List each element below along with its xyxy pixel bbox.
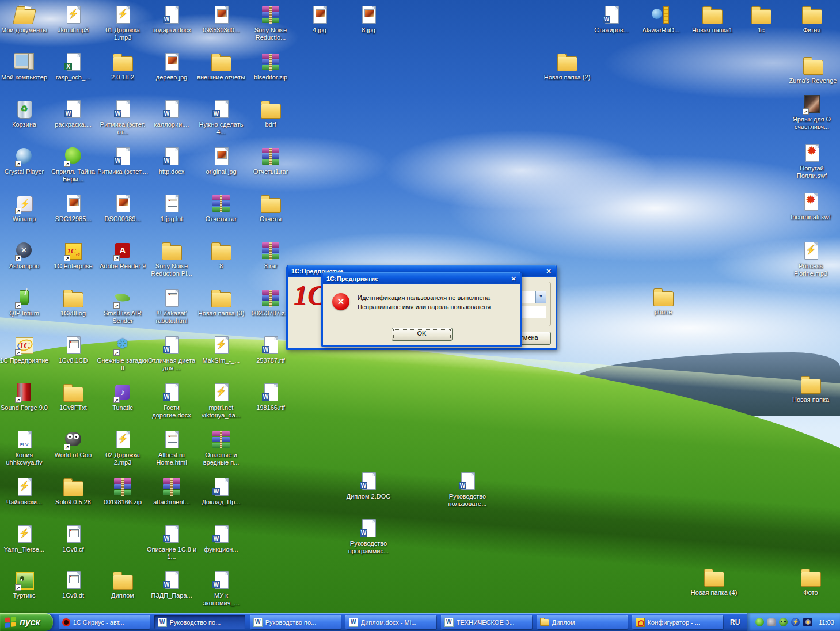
desktop-icon[interactable]: Wраскраска....: [47, 99, 99, 128]
desktop-icon[interactable]: Отчеты.rar: [195, 193, 247, 223]
desktop-icon[interactable]: WПЗДП_Пара...: [146, 570, 197, 599]
desktop-icon[interactable]: внешние отчеты: [195, 52, 247, 81]
desktop-icon[interactable]: ❆↗Снежные загадки II: [97, 335, 149, 372]
desktop-icon[interactable]: 1Cv8FTxt: [47, 382, 99, 412]
desktop-icon[interactable]: Sony Noise Reduction Pl...: [146, 241, 197, 278]
desktop-icon[interactable]: FLVКопия uhhkcwya.flv: [0, 429, 50, 466]
desktop-icon[interactable]: WРуководство программис...: [343, 518, 394, 555]
taskbar-task[interactable]: WДиплом.docx - Mi...: [345, 615, 436, 629]
desktop-icon[interactable]: 8.jpg: [343, 5, 394, 34]
error-dialog[interactable]: 1С:Предприятие ✕ ✕ Идентификация пользов…: [321, 272, 522, 347]
desktop-icon[interactable]: Отчеты1.rar: [245, 146, 297, 176]
desktop-icon[interactable]: ↗Crystal Player: [0, 146, 50, 176]
desktop-icon[interactable]: 1С↗1С Предприятие: [0, 335, 50, 364]
desktop-icon[interactable]: 00198166.zip: [97, 477, 149, 506]
desktop-icon[interactable]: Отчеты: [245, 193, 297, 223]
desktop-icon[interactable]: WМУ к экономич_...: [195, 570, 247, 607]
desktop-icon[interactable]: Wподарки.docx: [146, 5, 197, 34]
taskbar-task[interactable]: WРуководство по...: [154, 615, 245, 629]
desktop-icon[interactable]: ↗Сприлл. Тайна Берм...: [47, 146, 99, 183]
desktop-icon[interactable]: Фото: [785, 567, 837, 596]
desktop-icon[interactable]: ✹Попугай Полли.swf: [786, 143, 838, 180]
desktop-icon[interactable]: ✕↗Ashampoo: [0, 241, 50, 270]
desktop-icon[interactable]: WОтличная диета для ...: [146, 335, 197, 372]
desktop-icon[interactable]: WДоклад_Пр...: [195, 477, 247, 506]
desktop-icon[interactable]: Sony Noise Reductio...: [245, 5, 297, 41]
close-icon[interactable]: ✕: [508, 274, 519, 283]
desktop-icon[interactable]: original.jpg: [195, 146, 247, 176]
desktop-icon[interactable]: ↗World of Goo: [47, 429, 99, 459]
desktop-icon[interactable]: blseditor.zip: [245, 52, 297, 81]
desktop-icon[interactable]: дерево.jpg: [146, 52, 197, 81]
speaker-tray-icon[interactable]: [767, 618, 776, 626]
desktop-icon[interactable]: Whttp.docx: [146, 146, 197, 176]
desktop-icon[interactable]: ⚡mptri.net viktoriya_da...: [195, 382, 247, 419]
desktop-icon[interactable]: WРитмика (эстет....: [97, 146, 149, 176]
desktop-icon[interactable]: WДиплом 2.DOC: [343, 471, 394, 500]
desktop-icon[interactable]: ♻Корзина: [0, 99, 50, 128]
error-dialog-titlebar[interactable]: 1С:Предприятие ✕: [323, 272, 520, 284]
desktop-icon[interactable]: 8: [195, 241, 247, 270]
desktop-icon[interactable]: Мои документы: [0, 5, 50, 34]
taskbar-task[interactable]: WРуководство по...: [250, 615, 341, 629]
desktop-icon[interactable]: WСтажиров...: [586, 5, 637, 34]
desktop-icon[interactable]: ↗Sound Forge 9.0: [0, 382, 50, 412]
qip-tray-icon[interactable]: [755, 618, 764, 626]
desktop-icon[interactable]: ⚡01 Дорожка 1.mp3: [97, 5, 149, 41]
desktop-icon[interactable]: DSC00989...: [97, 193, 149, 223]
desktop-icon[interactable]: 4.jpg: [294, 5, 345, 34]
desktop-icon[interactable]: W198166.rtf: [245, 382, 297, 412]
desktop-icon[interactable]: ↗SmsBliss AIR Sender: [97, 288, 149, 325]
desktop-icon[interactable]: Мой компьютер: [0, 52, 50, 81]
desktop-icon[interactable]: 1с: [735, 5, 787, 34]
desktop-icon[interactable]: AlawarRuD...: [635, 5, 687, 34]
chevron-down-icon[interactable]: ▼: [535, 291, 546, 303]
desktop-icon[interactable]: attachment...: [146, 477, 197, 506]
desktop-icon[interactable]: 1Cv8.dt: [47, 570, 99, 599]
desktop-icon[interactable]: ⚡Yann_Tierse...: [0, 524, 50, 553]
taskbar-task[interactable]: WТЕХНИЧЕСКОЕ З...: [441, 615, 532, 629]
desktop-icon[interactable]: ⚡MakSim_-_...: [195, 335, 247, 364]
close-icon[interactable]: ✕: [543, 267, 554, 276]
desktop-icon[interactable]: WРуководство пользовате...: [442, 471, 493, 508]
desktop-icon[interactable]: WГости дорогие.docx: [146, 382, 197, 419]
ok-button[interactable]: OK: [392, 328, 453, 341]
desktop-icon[interactable]: Wкаллории....: [146, 99, 197, 128]
desktop-icon[interactable]: Новая папка1: [686, 5, 738, 34]
desktop-icon[interactable]: Wфункцион...: [195, 524, 247, 553]
desktop-icon[interactable]: 1Cv8.cf: [47, 524, 99, 553]
desktop-icon[interactable]: Диплом: [97, 570, 149, 599]
desktop-icon[interactable]: ⚡Чайковски...: [0, 477, 50, 506]
desktop-icon[interactable]: ⚡Jkmut.mp3: [47, 5, 99, 34]
taskbar-task[interactable]: 1С Сириус - авт...: [59, 615, 150, 629]
desktop-icon[interactable]: ↗QIP Infium: [0, 288, 50, 317]
desktop-icon[interactable]: ⚡↗Winamp: [0, 193, 50, 223]
desktop-icon[interactable]: WНужно сделать 4...: [195, 99, 247, 136]
taskbar-task[interactable]: Конфигуратор - ...: [632, 615, 723, 629]
desktop-icon[interactable]: 1Cv8.1CD: [47, 335, 99, 364]
desktop-icon[interactable]: Новая папка (3): [195, 288, 247, 317]
desktop-icon[interactable]: ↗Туртикс: [0, 570, 50, 599]
desktop-icon[interactable]: 1.jpg.lut: [146, 193, 197, 223]
desktop-icon[interactable]: Xrasp_och_...: [47, 52, 99, 81]
desktop-icon[interactable]: Allbest.ru Home.html: [146, 429, 197, 466]
desktop-icon[interactable]: WОписание 1С.8 и 1...: [146, 524, 197, 561]
desktop-icon[interactable]: 1Cv8Log: [47, 288, 99, 317]
desktop-icon[interactable]: Новая папка: [785, 374, 837, 404]
desktop-icon[interactable]: bdrf: [245, 99, 297, 128]
desktop-icon[interactable]: ♪↗Tunatic: [97, 382, 149, 412]
desktop-icon[interactable]: SDC12985...: [47, 193, 99, 223]
desktop-icon[interactable]: Zuma's Revenge: [787, 55, 839, 85]
desktop-icon[interactable]: ⚡02 Дорожка 2.mp3: [97, 429, 149, 466]
desktop-icon[interactable]: Новая папка (2): [541, 52, 593, 81]
desktop-icon[interactable]: WРитмика (эстет. от...: [97, 99, 149, 136]
desktop-icon[interactable]: ⚡Princess Florine.mp3: [785, 241, 837, 278]
desktop-icon[interactable]: A↗Adobe Reader 9: [97, 241, 149, 270]
flash-tray-icon[interactable]: ⚡: [791, 618, 800, 626]
language-indicator[interactable]: RU: [723, 613, 747, 631]
taskbar-task[interactable]: Диплом: [537, 615, 628, 629]
desktop-icon[interactable]: 0935303d0...: [195, 5, 247, 34]
volume-tray-icon[interactable]: [803, 618, 812, 626]
desktop-icon[interactable]: ✹Incriminati.swf: [785, 192, 837, 221]
desktop-icon[interactable]: 2.0.18.2: [97, 52, 149, 81]
